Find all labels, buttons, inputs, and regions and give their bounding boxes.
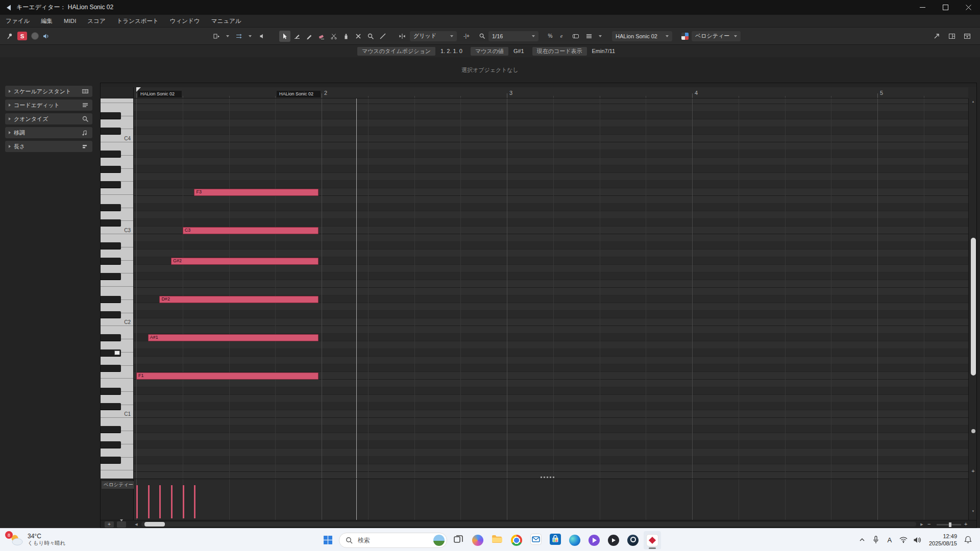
velocity-bar-f1[interactable] bbox=[136, 485, 138, 518]
project-cursor[interactable] bbox=[356, 98, 357, 479]
inspector-section-scale-assistant[interactable]: スケールアシスタント bbox=[5, 86, 92, 97]
taskbar-app-chrome[interactable] bbox=[508, 531, 525, 549]
zoom-slider[interactable] bbox=[937, 524, 961, 525]
midi-note-f3[interactable]: F3 bbox=[194, 189, 318, 196]
midi-note-f1[interactable]: F1 bbox=[136, 372, 318, 380]
scroll-left-button[interactable]: ◀ bbox=[133, 521, 140, 528]
piano-key-black[interactable] bbox=[101, 441, 121, 448]
tray-chevron-up-icon[interactable] bbox=[856, 533, 868, 547]
tool-split-button[interactable] bbox=[328, 31, 339, 42]
inspector-section-transpose[interactable]: 移調 bbox=[5, 127, 92, 138]
controller-selector-dropdown[interactable]: ベロシティー bbox=[692, 31, 741, 41]
piano-key-black[interactable] bbox=[101, 258, 121, 265]
midi-note-as1[interactable]: A#1 bbox=[148, 334, 318, 341]
relative-snap-button[interactable]: -|+ bbox=[461, 31, 472, 42]
autoscroll-button[interactable] bbox=[211, 31, 222, 42]
tool-erase-button[interactable] bbox=[316, 31, 327, 42]
velocity-bar-ds2[interactable] bbox=[159, 485, 161, 518]
piano-key-black[interactable] bbox=[101, 403, 121, 410]
part-start-marker[interactable] bbox=[136, 87, 141, 92]
midi-note-ds2[interactable]: D#2 bbox=[159, 296, 318, 303]
lane-resize-handle[interactable] bbox=[541, 477, 554, 478]
velocity-bar-c3[interactable] bbox=[183, 485, 184, 518]
solo-editor-button[interactable]: S bbox=[17, 32, 27, 40]
search-box[interactable] bbox=[339, 533, 447, 548]
piano-key-white[interactable] bbox=[101, 98, 134, 103]
pin-editor-button[interactable] bbox=[4, 31, 15, 42]
inspector-section-chord-edit[interactable]: コードエディット bbox=[5, 99, 92, 111]
quantize-magnifier-button[interactable] bbox=[476, 31, 487, 42]
velocity-bar-gs2[interactable] bbox=[171, 485, 173, 518]
menu-item-score[interactable]: スコア bbox=[82, 15, 111, 27]
piano-key-white[interactable] bbox=[101, 470, 134, 479]
menu-item-window[interactable]: ウィンドウ bbox=[164, 15, 206, 27]
velocity-bar-f3[interactable] bbox=[194, 485, 195, 518]
ime-mode-indicator[interactable]: A bbox=[884, 533, 896, 547]
vertical-scrollbar-thumb[interactable] bbox=[971, 238, 976, 375]
taskbar-app-cubase[interactable] bbox=[644, 531, 661, 549]
record-in-editor-button[interactable] bbox=[29, 31, 40, 42]
tool-mute-button[interactable] bbox=[353, 31, 364, 42]
inspector-section-quantize[interactable]: クオンタイズ bbox=[5, 113, 92, 124]
audition-button[interactable] bbox=[257, 31, 268, 42]
taskbar-app-steam[interactable] bbox=[624, 531, 642, 549]
velocity-lane[interactable] bbox=[134, 479, 968, 520]
piano-key-black[interactable] bbox=[101, 242, 121, 249]
part-selector-dropdown[interactable]: HALion Sonic 02 bbox=[612, 31, 672, 41]
piano-key-black[interactable] bbox=[101, 128, 121, 135]
taskbar-app-store[interactable] bbox=[547, 531, 564, 549]
piano-keyboard[interactable]: C4C3C2C1 bbox=[101, 98, 134, 479]
menu-item-manual[interactable]: マニュアル bbox=[206, 15, 247, 27]
taskbar-app-media-player[interactable] bbox=[605, 531, 622, 549]
piano-key-black[interactable] bbox=[101, 181, 121, 188]
scroll-down-button[interactable]: ▼ bbox=[969, 510, 977, 513]
piano-key-black[interactable] bbox=[101, 273, 121, 280]
notification-bell-icon[interactable] bbox=[962, 533, 974, 547]
maximize-button[interactable] bbox=[934, 0, 957, 15]
zone-link-button[interactable] bbox=[931, 31, 942, 42]
autoscroll-options-button[interactable] bbox=[222, 31, 229, 42]
piano-key-black[interactable] bbox=[101, 334, 121, 341]
tool-glue-button[interactable] bbox=[340, 31, 352, 42]
menu-item-transport[interactable]: トランスポート bbox=[111, 15, 164, 27]
piano-key-black[interactable] bbox=[101, 166, 121, 173]
tool-trim-button[interactable] bbox=[291, 31, 303, 42]
piano-key-black[interactable] bbox=[101, 311, 121, 318]
piano-key-black[interactable] bbox=[101, 112, 121, 119]
volume-icon[interactable] bbox=[911, 533, 923, 547]
scroll-right-button[interactable]: ▶ bbox=[918, 521, 925, 528]
piano-key-black[interactable] bbox=[101, 151, 121, 158]
piano-key-black[interactable] bbox=[101, 457, 121, 464]
piano-key-black[interactable] bbox=[101, 296, 121, 303]
taskbar-app-file-explorer[interactable] bbox=[488, 531, 506, 549]
part-editing-mode-button[interactable] bbox=[570, 31, 581, 42]
wifi-icon[interactable] bbox=[897, 533, 910, 547]
tool-select-button[interactable] bbox=[279, 31, 290, 42]
close-button[interactable] bbox=[957, 0, 980, 15]
quantize-panel-button[interactable]: e bbox=[556, 31, 567, 42]
independent-options-button[interactable] bbox=[244, 31, 252, 42]
zoom-out-button[interactable]: − bbox=[927, 521, 930, 527]
midi-note-c3[interactable]: C3 bbox=[183, 227, 318, 234]
grid-type-dropdown[interactable]: グリッド bbox=[410, 31, 457, 41]
snap-toggle-button[interactable] bbox=[397, 31, 408, 42]
color-menu-button[interactable] bbox=[679, 31, 691, 42]
timeline-ruler[interactable]: 2345 bbox=[134, 87, 968, 98]
event-colors-button[interactable] bbox=[583, 31, 595, 42]
taskbar-app-mail[interactable] bbox=[527, 531, 545, 549]
acoustic-feedback-button[interactable] bbox=[40, 31, 52, 42]
tool-draw-button[interactable] bbox=[304, 31, 315, 42]
inspector-section-length[interactable]: 長さ bbox=[5, 141, 92, 152]
note-grid[interactable]: F3C3G#2D#2A#1F1 bbox=[134, 98, 968, 479]
piano-key-black[interactable] bbox=[101, 219, 121, 227]
quantize-preset-dropdown[interactable]: 1/16 bbox=[488, 31, 538, 41]
tool-line-button[interactable] bbox=[377, 31, 388, 42]
independent-playback-button[interactable] bbox=[233, 31, 244, 42]
piano-key-black[interactable] bbox=[101, 388, 121, 395]
taskbar-app-edge[interactable] bbox=[566, 531, 583, 549]
window-layout-button[interactable] bbox=[946, 31, 958, 42]
horizontal-scrollbar[interactable] bbox=[141, 522, 916, 527]
controller-lane-menu-button[interactable] bbox=[117, 521, 126, 528]
zoom-slider-thumb[interactable] bbox=[949, 522, 951, 527]
piano-key-black[interactable] bbox=[101, 426, 121, 433]
